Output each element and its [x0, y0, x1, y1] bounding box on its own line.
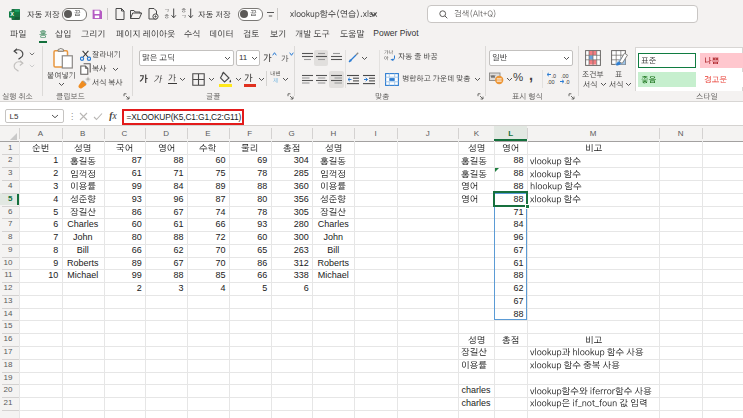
svg-text:.0: .0 [565, 79, 570, 85]
svg-text:.00: .00 [547, 79, 555, 85]
svg-text:X: X [10, 11, 14, 17]
